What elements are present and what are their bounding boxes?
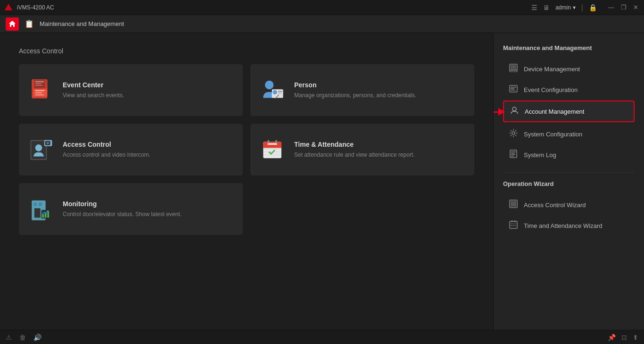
red-arrow	[493, 108, 505, 116]
home-button[interactable]	[6, 17, 19, 31]
sidebar-item-system-log[interactable]: System Log	[503, 145, 635, 165]
dropdown-icon[interactable]: ▾	[573, 4, 576, 11]
sidebar-item-access-control-wizard[interactable]: Access Control Wizard	[503, 195, 635, 215]
person-desc: Manage organizations, persons, and crede…	[294, 92, 416, 100]
fullscreen-icon[interactable]: ⊡	[621, 334, 627, 341]
access-control-desc: Access control and video intercom.	[63, 151, 150, 159]
nav-page-title: Maintenance and Management	[40, 20, 124, 27]
svg-point-17	[265, 81, 273, 89]
monitor-icon[interactable]: 🖥	[543, 4, 550, 11]
svg-rect-52	[511, 88, 514, 89]
app-title: iVMS-4200 AC	[17, 4, 54, 11]
system-log-icon	[509, 150, 518, 160]
svg-rect-68	[514, 220, 515, 222]
expand-icon[interactable]: ⬆	[633, 334, 638, 341]
monitoring-desc: Control door/elevator status. Show lates…	[63, 210, 182, 218]
sidebar-item-system-configuration-label: System Configuration	[524, 131, 582, 138]
svg-rect-51	[511, 87, 516, 88]
svg-rect-32	[263, 145, 281, 148]
svg-rect-42	[39, 202, 42, 206]
nav-bar: 📋 Maintenance and Management	[0, 15, 644, 33]
svg-rect-34	[268, 140, 270, 143]
main-layout: Access Control	[0, 33, 644, 330]
svg-rect-56	[510, 150, 517, 158]
list-view-icon[interactable]: ☰	[531, 4, 537, 11]
sidebar-section1-title: Maintenance and Management	[503, 44, 635, 51]
person-icon	[260, 77, 286, 103]
person-title: Person	[294, 81, 416, 89]
sidebar: Maintenance and Management Device Manage…	[493, 33, 644, 330]
svg-rect-11	[35, 92, 42, 93]
status-bar: ⚠ 🗑 🔊 📌 ⊡ ⬆	[0, 330, 644, 344]
card-monitoring[interactable]: Monitoring Control door/elevator status.…	[19, 183, 243, 235]
svg-rect-21	[278, 93, 281, 94]
home-icon	[8, 20, 16, 28]
sidebar-item-account-management[interactable]: Account Management	[503, 101, 635, 122]
account-management-icon	[510, 106, 519, 117]
access-control-wizard-icon	[509, 200, 518, 210]
time-attendance-title: Time & Attendance	[294, 141, 415, 148]
time-attendance-icon	[260, 137, 286, 163]
svg-rect-44	[42, 214, 44, 218]
svg-rect-49	[510, 70, 517, 72]
card-person[interactable]: Person Manage organizations, persons, an…	[250, 64, 474, 116]
svg-rect-67	[512, 220, 512, 222]
event-configuration-icon	[509, 84, 518, 95]
maximize-button[interactable]: ❐	[619, 4, 628, 11]
svg-rect-38	[264, 155, 281, 155]
svg-rect-65	[513, 204, 516, 207]
svg-point-54	[512, 107, 516, 111]
event-center-icon	[28, 77, 54, 103]
sidebar-item-device-management-label: Device Management	[524, 66, 580, 73]
page-icon: 📋	[25, 19, 34, 28]
svg-rect-71	[512, 225, 514, 226]
svg-rect-6	[11, 25, 13, 27]
time-attendance-wizard-icon	[509, 220, 518, 231]
person-text: Person Manage organizations, persons, an…	[294, 81, 416, 100]
sidebar-section2-title: Operation Wizard	[503, 180, 635, 187]
svg-rect-53	[511, 90, 515, 91]
lock-icon[interactable]: 🔒	[589, 4, 597, 11]
close-button[interactable]: ✕	[631, 4, 640, 11]
volume-icon[interactable]: 🔊	[33, 334, 41, 341]
sidebar-item-device-management[interactable]: Device Management	[503, 59, 635, 79]
svg-rect-16	[35, 85, 43, 86]
trash-icon[interactable]: 🗑	[19, 334, 26, 341]
minimize-button[interactable]: —	[606, 4, 616, 11]
monitoring-icon	[28, 196, 54, 222]
time-attendance-desc: Set attendance rule and view attendance …	[294, 151, 415, 159]
event-center-text: Event Center View and search events.	[63, 81, 124, 100]
device-management-icon	[509, 64, 518, 74]
svg-rect-63	[513, 201, 516, 204]
alert-icon[interactable]: ⚠	[6, 334, 12, 341]
title-bar-right: ☰ 🖥 admin ▾ | 🔒 — ❐ ✕	[531, 3, 640, 12]
svg-rect-60	[511, 156, 514, 157]
svg-rect-70	[511, 225, 512, 226]
svg-rect-72	[514, 225, 516, 226]
pin-icon[interactable]: 📌	[608, 334, 616, 341]
svg-rect-33	[268, 143, 277, 145]
card-event-center[interactable]: Event Center View and search events.	[19, 64, 243, 116]
sidebar-item-system-configuration[interactable]: System Configuration	[503, 124, 635, 144]
svg-rect-69	[510, 223, 517, 224]
svg-rect-41	[33, 202, 37, 206]
time-attendance-text: Time & Attendance Set attendance rule an…	[294, 141, 415, 159]
access-control-icon	[28, 137, 54, 163]
svg-rect-12	[35, 94, 44, 95]
app-logo-icon	[4, 3, 13, 12]
content-area: Access Control	[0, 33, 493, 330]
card-access-control[interactable]: Access Control Access control and video …	[19, 124, 243, 176]
card-time-attendance[interactable]: Time & Attendance Set attendance rule an…	[250, 124, 474, 176]
sidebar-item-time-attendance-wizard[interactable]: Time and Attendance Wizard	[503, 216, 635, 235]
svg-rect-48	[511, 65, 516, 69]
svg-point-25	[35, 144, 42, 151]
sidebar-item-system-log-label: System Log	[524, 151, 556, 159]
svg-rect-62	[511, 201, 513, 204]
admin-label: admin ▾	[555, 4, 576, 11]
svg-rect-20	[278, 91, 282, 92]
sidebar-item-event-configuration[interactable]: Event Configuration	[503, 80, 635, 100]
separator: |	[581, 3, 583, 12]
status-left: ⚠ 🗑 🔊	[6, 334, 41, 341]
monitoring-text: Monitoring Control door/elevator status.…	[63, 200, 182, 218]
sidebar-item-time-attendance-wizard-label: Time and Attendance Wizard	[524, 222, 602, 229]
